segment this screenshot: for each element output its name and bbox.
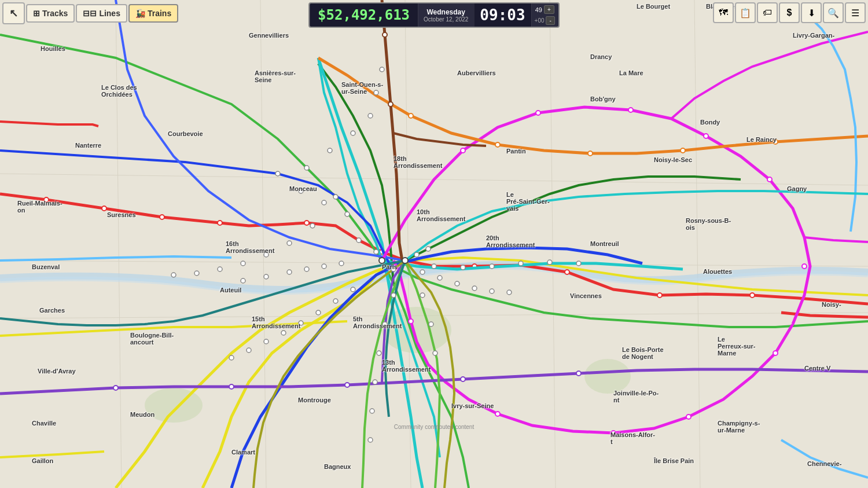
svg-point-103 <box>429 322 433 326</box>
svg-point-21 <box>750 293 755 298</box>
map-btn[interactable]: 🗺 <box>713 2 734 23</box>
svg-point-39 <box>229 384 234 389</box>
list-btn[interactable]: 📋 <box>735 2 756 23</box>
svg-point-69 <box>171 273 176 277</box>
svg-point-92 <box>455 281 459 286</box>
svg-point-22 <box>461 148 465 153</box>
svg-point-74 <box>547 260 552 265</box>
svg-point-49 <box>402 258 408 263</box>
svg-point-15 <box>218 221 222 225</box>
center-hud: $52,492,613 Wednesday October 12, 2022 0… <box>308 2 560 28</box>
svg-point-57 <box>328 148 332 153</box>
download-btn[interactable]: ⬇ <box>801 2 822 23</box>
svg-point-89 <box>229 355 234 360</box>
map-container[interactable]: HouillesLe Clos desOrchidéesCourbevoieNa… <box>0 0 868 488</box>
svg-point-91 <box>437 276 442 280</box>
svg-point-60 <box>374 90 378 95</box>
svg-point-79 <box>287 270 292 274</box>
cursor-button[interactable]: ↖ <box>2 2 25 24</box>
trains-label: Trains <box>148 9 171 18</box>
svg-point-77 <box>322 264 326 269</box>
svg-point-37 <box>773 140 778 144</box>
svg-point-36 <box>681 148 685 153</box>
svg-point-61 <box>380 67 384 72</box>
svg-point-55 <box>345 212 350 217</box>
svg-point-102 <box>420 293 425 298</box>
svg-point-23 <box>536 111 540 115</box>
menu-btn[interactable]: ☰ <box>845 2 866 23</box>
svg-point-48 <box>391 267 396 271</box>
svg-point-90 <box>420 270 425 274</box>
tracks-icon: ⊞ <box>33 9 40 18</box>
svg-point-31 <box>495 412 500 416</box>
svg-point-35 <box>588 151 593 156</box>
svg-point-54 <box>322 200 326 205</box>
svg-point-52 <box>275 171 280 176</box>
svg-point-28 <box>773 351 778 355</box>
svg-point-46 <box>374 249 378 254</box>
svg-point-101 <box>368 438 373 442</box>
search-btn[interactable]: 🔍 <box>823 2 844 23</box>
svg-point-72 <box>490 264 494 269</box>
money-value: $52,492,613 <box>318 7 410 23</box>
svg-point-71 <box>461 265 465 270</box>
svg-point-33 <box>409 113 413 118</box>
svg-point-81 <box>241 278 245 283</box>
svg-point-40 <box>345 383 350 387</box>
svg-point-20 <box>657 293 662 298</box>
svg-point-25 <box>704 134 708 138</box>
svg-point-10 <box>145 388 203 423</box>
svg-point-26 <box>767 177 772 182</box>
speed-bot: +00 <box>535 17 545 24</box>
toolbar: ↖ ⊞ Tracks ⊟⊟ Lines 🚂 Trains <box>0 0 181 27</box>
svg-point-95 <box>507 290 512 295</box>
svg-point-59 <box>368 113 373 118</box>
svg-point-41 <box>461 377 465 381</box>
time-display: 09:03 <box>474 3 531 27</box>
money-display: $52,492,613 <box>310 3 418 27</box>
svg-point-12 <box>44 197 49 202</box>
svg-point-88 <box>247 348 251 353</box>
svg-point-62 <box>333 195 338 199</box>
svg-point-50 <box>414 252 419 257</box>
speed-down-button[interactable]: - <box>546 16 555 25</box>
day-label: Wednesday <box>426 8 465 16</box>
svg-point-96 <box>391 293 396 298</box>
svg-point-38 <box>113 386 118 390</box>
svg-point-93 <box>472 286 477 291</box>
svg-point-94 <box>490 289 494 293</box>
svg-point-98 <box>377 351 381 355</box>
svg-point-45 <box>356 238 361 243</box>
svg-point-83 <box>333 299 338 303</box>
svg-point-80 <box>264 274 269 279</box>
speed-top: 49 <box>535 6 542 13</box>
datetime-display: Wednesday October 12, 2022 <box>418 3 474 27</box>
svg-point-19 <box>565 270 569 274</box>
svg-point-73 <box>518 261 523 266</box>
svg-point-29 <box>686 414 691 419</box>
lines-button[interactable]: ⊟⊟ Lines <box>76 4 127 23</box>
svg-point-44 <box>382 32 387 37</box>
svg-point-76 <box>339 261 344 266</box>
cursor-icon: ↖ <box>9 7 18 20</box>
svg-point-43 <box>388 102 393 107</box>
svg-point-63 <box>310 223 315 228</box>
tracks-label: Tracks <box>42 9 68 18</box>
svg-point-24 <box>628 108 633 112</box>
tracks-button[interactable]: ⊞ Tracks <box>26 4 75 23</box>
svg-point-100 <box>370 409 374 413</box>
right-toolbar: 🗺 📋 🏷 $ ⬇ 🔍 ☰ <box>713 2 866 23</box>
time-value: 09:03 <box>480 6 525 24</box>
svg-point-11 <box>584 359 631 394</box>
svg-point-66 <box>241 261 245 266</box>
trains-button[interactable]: 🚂 Trains <box>128 4 178 23</box>
svg-point-97 <box>382 322 387 326</box>
svg-point-104 <box>433 351 437 355</box>
svg-point-34 <box>495 142 500 147</box>
tag-btn[interactable]: 🏷 <box>757 2 778 23</box>
svg-point-47 <box>379 258 385 263</box>
svg-point-51 <box>426 247 431 251</box>
lines-label: Lines <box>99 9 120 18</box>
money-btn[interactable]: $ <box>779 2 800 23</box>
speed-up-button[interactable]: + <box>544 5 554 14</box>
